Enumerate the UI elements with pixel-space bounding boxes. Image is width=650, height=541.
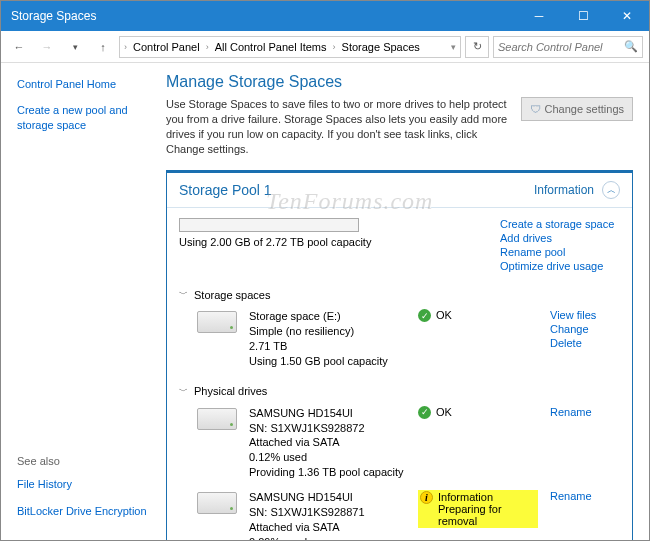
delete-link[interactable]: Delete — [550, 337, 620, 349]
drive-icon — [197, 311, 237, 333]
drive-icon — [197, 492, 237, 514]
pool-info-link[interactable]: Information — [534, 183, 594, 197]
rename-drive-link[interactable]: Rename — [550, 406, 620, 418]
sidebar-file-history[interactable]: File History — [17, 477, 156, 491]
maximize-button[interactable]: ☐ — [561, 1, 605, 31]
info-icon: i — [420, 491, 433, 504]
rename-pool-link[interactable]: Rename pool — [500, 246, 620, 258]
sidebar-home[interactable]: Control Panel Home — [17, 77, 156, 91]
sidebar-seealso-label: See also — [17, 455, 156, 467]
rename-drive-link[interactable]: Rename — [550, 490, 620, 502]
ok-icon: ✓ — [418, 406, 431, 419]
storage-space-item: Storage space (E:) Simple (no resiliency… — [179, 309, 620, 368]
section-storage-spaces[interactable]: ﹀ Storage spaces — [179, 288, 620, 301]
usage-bar — [179, 218, 359, 232]
add-drives-link[interactable]: Add drives — [500, 232, 620, 244]
window-title: Storage Spaces — [1, 9, 517, 23]
physical-drive-item: SAMSUNG HD154UI SN: S1XWJ1KS928871 Attac… — [179, 490, 620, 540]
page-heading: Manage Storage Spaces — [166, 73, 633, 91]
recent-dropdown[interactable]: ▾ — [63, 35, 87, 59]
breadcrumb[interactable]: › Control Panel › All Control Panel Item… — [119, 36, 461, 58]
page-description: Use Storage Spaces to save files to two … — [166, 97, 513, 156]
shield-icon: 🛡 — [530, 103, 541, 115]
info-highlight: i Information Preparing for removal — [418, 490, 538, 528]
sidebar: Control Panel Home Create a new pool and… — [1, 63, 156, 540]
ok-icon: ✓ — [418, 309, 431, 322]
pool-box: Storage Pool 1 Information ︿ Using 2.00 … — [166, 170, 633, 540]
drive-icon — [197, 408, 237, 430]
pool-name: Storage Pool 1 — [179, 182, 534, 198]
chevron-down-icon: ﹀ — [179, 288, 188, 301]
forward-button: → — [35, 35, 59, 59]
change-link[interactable]: Change — [550, 323, 620, 335]
search-input[interactable] — [498, 41, 620, 53]
back-button[interactable]: ← — [7, 35, 31, 59]
chevron-down-icon: ﹀ — [179, 385, 188, 398]
search-box[interactable]: 🔍 — [493, 36, 643, 58]
sidebar-bitlocker[interactable]: BitLocker Drive Encryption — [17, 504, 156, 518]
bc-storage-spaces[interactable]: Storage Spaces — [338, 39, 424, 55]
main-content: Manage Storage Spaces Use Storage Spaces… — [156, 63, 649, 540]
usage-text: Using 2.00 GB of 2.72 TB pool capacity — [179, 236, 486, 248]
close-button[interactable]: ✕ — [605, 1, 649, 31]
search-icon: 🔍 — [624, 40, 638, 53]
bc-dropdown-icon[interactable]: ▾ — [451, 42, 456, 52]
create-space-link[interactable]: Create a storage space — [500, 218, 620, 230]
sidebar-create-pool[interactable]: Create a new pool and storage space — [17, 103, 156, 132]
view-files-link[interactable]: View files — [550, 309, 620, 321]
minimize-button[interactable]: ─ — [517, 1, 561, 31]
navbar: ← → ▾ ↑ › Control Panel › All Control Pa… — [1, 31, 649, 63]
collapse-icon[interactable]: ︿ — [602, 181, 620, 199]
optimize-link[interactable]: Optimize drive usage — [500, 260, 620, 272]
refresh-button[interactable]: ↻ — [465, 36, 489, 58]
bc-control-panel[interactable]: Control Panel — [129, 39, 204, 55]
titlebar[interactable]: Storage Spaces ─ ☐ ✕ — [1, 1, 649, 31]
physical-drive-item: SAMSUNG HD154UI SN: S1XWJ1KS928872 Attac… — [179, 406, 620, 480]
pool-header: Storage Pool 1 Information ︿ — [167, 173, 632, 208]
section-physical-drives[interactable]: ﹀ Physical drives — [179, 385, 620, 398]
pool-links: Create a storage space Add drives Rename… — [500, 218, 620, 272]
bc-all-items[interactable]: All Control Panel Items — [211, 39, 331, 55]
change-settings-button[interactable]: 🛡 Change settings — [521, 97, 634, 121]
up-button[interactable]: ↑ — [91, 35, 115, 59]
